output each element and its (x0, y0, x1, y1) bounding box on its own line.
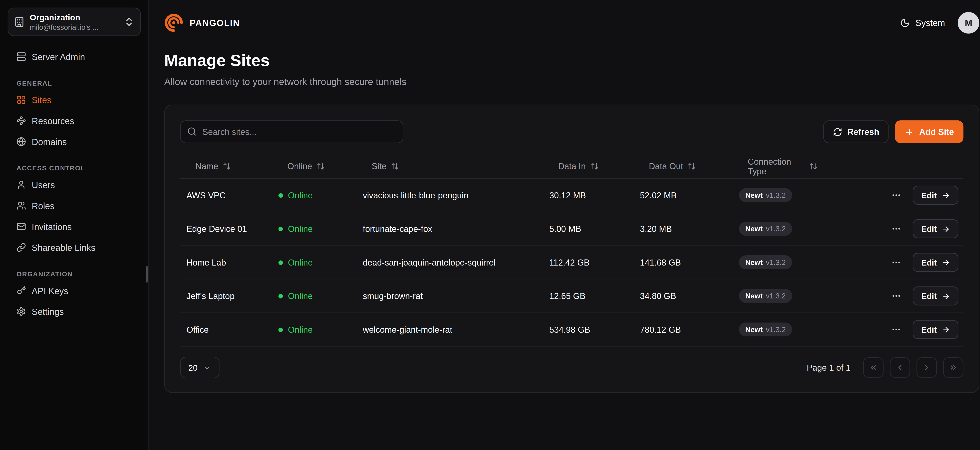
ellipsis-icon (891, 325, 902, 335)
table-row: Home Lab Online dead-san-joaquin-antelop… (180, 246, 963, 280)
connection-type-badge: Newt v1.3.2 (739, 323, 792, 337)
gear-icon (16, 307, 26, 316)
site-slug: smug-brown-rat (356, 292, 543, 301)
site-slug: welcome-giant-mole-rat (356, 325, 543, 334)
table-row: AWS VPC Online vivacious-little-blue-pen… (180, 179, 963, 212)
row-actions: Edit (818, 320, 963, 339)
table-row: Jeff's Laptop Online smug-brown-rat 12.6… (180, 280, 963, 313)
connection-type-badge: Newt v1.3.2 (739, 255, 792, 269)
user-icon (16, 180, 26, 190)
topbar: PANGOLIN System M (149, 0, 980, 46)
sort-icon (391, 162, 399, 171)
chevron-left-icon (896, 363, 904, 372)
arrow-right-icon (942, 225, 950, 233)
page-size-select[interactable]: 20 (180, 357, 220, 378)
column-header-online[interactable]: Online (272, 162, 356, 171)
site-status: Online (272, 224, 356, 234)
column-header-name[interactable]: Name (180, 162, 272, 171)
data-in: 30.12 MB (543, 190, 634, 200)
table-row: Office Online welcome-giant-mole-rat 534… (180, 313, 963, 347)
data-out: 141.68 GB (634, 258, 733, 267)
site-status: Online (272, 292, 356, 301)
toolbar-actions: Refresh Add Site (823, 120, 963, 143)
sites-grid-icon (16, 95, 26, 105)
chevrons-left-icon (869, 363, 878, 372)
connection-type-badge: Newt v1.3.2 (739, 289, 792, 303)
sort-icon (809, 162, 818, 171)
next-page-button[interactable] (916, 358, 937, 378)
refresh-button[interactable]: Refresh (823, 120, 889, 143)
data-out: 780.12 GB (634, 325, 733, 334)
sidebar-scrollbar[interactable] (146, 266, 148, 282)
org-selector[interactable]: Organization milo@fossorial.io's ... (8, 8, 141, 36)
sidebar-item-sites[interactable]: Sites (8, 89, 141, 110)
row-menu-button[interactable] (890, 323, 903, 336)
sidebar-item-settings[interactable]: Settings (8, 301, 141, 322)
row-actions: Edit (818, 287, 963, 306)
sites-card: Refresh Add Site Name Online (164, 105, 979, 393)
add-site-button[interactable]: Add Site (895, 120, 964, 143)
sidebar-item-domains[interactable]: Domains (8, 131, 141, 152)
sidebar-item-server-admin[interactable]: Server Admin (8, 46, 141, 67)
refresh-icon (833, 127, 842, 137)
edit-button[interactable]: Edit (913, 219, 958, 238)
edit-button[interactable]: Edit (913, 287, 958, 306)
ellipsis-icon (891, 257, 902, 268)
sidebar-item-resources[interactable]: Resources (8, 110, 141, 131)
main-content: PANGOLIN System M Manage Sites Allow con… (149, 0, 980, 450)
chevrons-right-icon (949, 363, 958, 372)
online-label: Online (288, 258, 313, 267)
connection-type-badge: Newt v1.3.2 (739, 189, 792, 202)
data-in: 12.65 GB (543, 292, 634, 301)
page-header: Manage Sites Allow connectivity to your … (149, 46, 980, 87)
page-size-value: 20 (188, 363, 197, 372)
site-name: Home Lab (180, 258, 272, 267)
row-menu-button[interactable] (890, 222, 903, 235)
last-page-button[interactable] (943, 358, 964, 378)
first-page-button[interactable] (863, 358, 884, 378)
arrow-right-icon (942, 325, 950, 334)
avatar[interactable]: M (958, 12, 979, 33)
row-menu-button[interactable] (890, 256, 903, 269)
brand[interactable]: PANGOLIN (164, 13, 240, 32)
org-title: Organization (30, 13, 119, 22)
site-status: Online (272, 258, 356, 267)
column-header-connection-type[interactable]: Connection Type (733, 157, 818, 176)
row-menu-button[interactable] (890, 290, 903, 303)
edit-button[interactable]: Edit (913, 253, 958, 272)
sidebar-item-label: Domains (32, 136, 67, 147)
sidebar-item-shareable-links[interactable]: Shareable Links (8, 237, 141, 258)
online-dot-icon (278, 260, 283, 265)
column-header-site[interactable]: Site (356, 162, 543, 171)
arrow-right-icon (942, 191, 950, 200)
connection-type-cell: Newt v1.3.2 (733, 323, 818, 337)
page-info: Page 1 of 1 (807, 363, 850, 372)
sidebar-item-label: Settings (32, 306, 64, 317)
column-header-data-in[interactable]: Data In (543, 162, 634, 171)
sidebar-item-users[interactable]: Users (8, 174, 141, 195)
sidebar-item-api-keys[interactable]: API Keys (8, 280, 141, 301)
data-out: 52.02 MB (634, 190, 733, 200)
add-site-label: Add Site (919, 127, 954, 137)
sidebar-item-roles[interactable]: Roles (8, 195, 141, 216)
card-toolbar: Refresh Add Site (180, 120, 963, 143)
ellipsis-icon (891, 224, 902, 234)
globe-icon (16, 137, 26, 146)
sidebar: Organization milo@fossorial.io's ... Ser… (0, 0, 149, 450)
edit-button[interactable]: Edit (913, 186, 958, 205)
theme-toggle-button[interactable]: System (900, 18, 945, 28)
row-menu-button[interactable] (890, 189, 903, 202)
site-name: Jeff's Laptop (180, 292, 272, 301)
search-input[interactable] (180, 120, 403, 143)
connection-type-cell: Newt v1.3.2 (733, 222, 818, 236)
connection-type-cell: Newt v1.3.2 (733, 255, 818, 269)
column-header-data-out[interactable]: Data Out (634, 162, 733, 171)
brand-name: PANGOLIN (190, 18, 240, 28)
site-status: Online (272, 325, 356, 334)
search-icon (187, 127, 197, 136)
online-label: Online (288, 224, 313, 234)
server-icon (16, 52, 26, 62)
previous-page-button[interactable] (890, 358, 910, 378)
edit-button[interactable]: Edit (913, 320, 958, 339)
sidebar-item-invitations[interactable]: Invitations (8, 216, 141, 237)
